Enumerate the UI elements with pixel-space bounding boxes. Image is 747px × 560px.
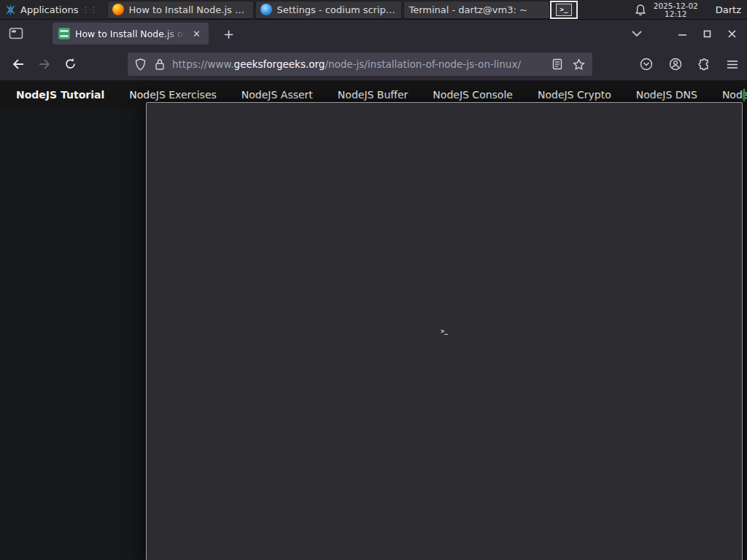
reload-icon[interactable] <box>64 58 77 70</box>
site-nav-nodejs-tutorial[interactable]: NodeJS Tutorial <box>16 89 104 101</box>
user-menu[interactable]: Dartz <box>716 4 741 15</box>
site-nav-nodejs-crypto[interactable]: NodeJS Crypto <box>538 89 611 101</box>
desktop-panel: Applications ⋮⋮ How to Install Node.js o… <box>0 0 747 20</box>
forward-icon[interactable] <box>38 58 51 70</box>
taskbar-window-terminal[interactable]: >_Terminal - dartz@vm3: ~ <box>403 1 550 19</box>
panel-clock[interactable]: 2025-12-02 12:12 <box>654 2 698 18</box>
tab-title: How to Install Node.js on <box>75 28 185 39</box>
list-all-tabs-chevron-icon[interactable] <box>631 30 643 37</box>
taskbar-window-title: Settings - codium script... <box>276 4 397 15</box>
browser-maximize-icon[interactable] <box>703 30 711 38</box>
geeksforgeeks-favicon <box>58 28 70 39</box>
site-nav-nodejs-assert[interactable]: NodeJS Assert <box>241 89 313 101</box>
site-nav-nodejs-console[interactable]: NodeJS Console <box>433 89 513 101</box>
extensions-icon[interactable] <box>698 58 711 71</box>
bookmark-star-icon[interactable] <box>573 58 585 71</box>
tab-close-icon[interactable]: ✕ <box>190 28 203 40</box>
shield-icon[interactable] <box>135 58 146 71</box>
applications-label: Applications <box>20 4 78 15</box>
browser-minimize-icon[interactable] <box>678 29 687 39</box>
taskbar: How to Install Node.js o...Settings - co… <box>107 0 551 20</box>
back-icon[interactable] <box>12 58 25 70</box>
url-text: https://www.geeksforgeeks.org/node-js/in… <box>172 58 552 70</box>
lock-icon[interactable] <box>155 58 165 71</box>
site-nav-nodejs-exercises[interactable]: NodeJS Exercises <box>129 89 217 101</box>
new-tab-button[interactable]: + <box>219 26 239 42</box>
notification-bell-icon[interactable] <box>635 4 646 17</box>
taskbar-window-title: Terminal - dartz@vm3: ~ <box>409 4 527 15</box>
firefox-toolbar: https://www.geeksforgeeks.org/node-js/in… <box>0 47 747 81</box>
applications-menu-button[interactable]: Applications ⋮⋮ <box>0 0 107 20</box>
taskbar-window-firefox[interactable]: How to Install Node.js o... <box>107 1 254 19</box>
firefox-icon <box>112 4 124 15</box>
terminal-icon: >_ <box>556 4 572 16</box>
firefox-tab-bar: How to Install Node.js on ✕ + <box>0 20 747 47</box>
clock-time: 12:12 <box>654 10 698 18</box>
applications-icon <box>4 4 17 16</box>
site-nav-links: NodeJS TutorialNodeJS ExercisesNodeJS As… <box>16 89 747 101</box>
pocket-icon[interactable] <box>640 58 653 71</box>
panel-handle: ⋮⋮ <box>82 6 98 14</box>
url-bar[interactable]: https://www.geeksforgeeks.org/node-js/in… <box>128 52 592 76</box>
clock-date: 2025-12-02 <box>654 2 698 10</box>
menu-hamburger-icon[interactable] <box>727 60 738 69</box>
codium-icon <box>260 4 272 15</box>
reader-mode-icon[interactable] <box>552 58 562 70</box>
firefox-view-icon[interactable] <box>9 27 23 40</box>
site-nav-nodejs-buffer[interactable]: NodeJS Buffer <box>338 89 409 101</box>
account-icon[interactable] <box>669 58 682 71</box>
site-nav-nodejs-dns[interactable]: NodeJS DNS <box>636 89 697 101</box>
browser-tab-active[interactable]: How to Install Node.js on ✕ <box>53 23 209 44</box>
panel-tray: 2025-12-02 12:12 Dartz <box>635 0 747 20</box>
taskbar-window-title: How to Install Node.js o... <box>128 4 249 15</box>
taskbar-window-codium[interactable]: Settings - codium script... <box>255 1 402 19</box>
browser-close-icon[interactable] <box>727 29 737 39</box>
terminal-launcher-button[interactable]: >_ <box>550 1 578 19</box>
